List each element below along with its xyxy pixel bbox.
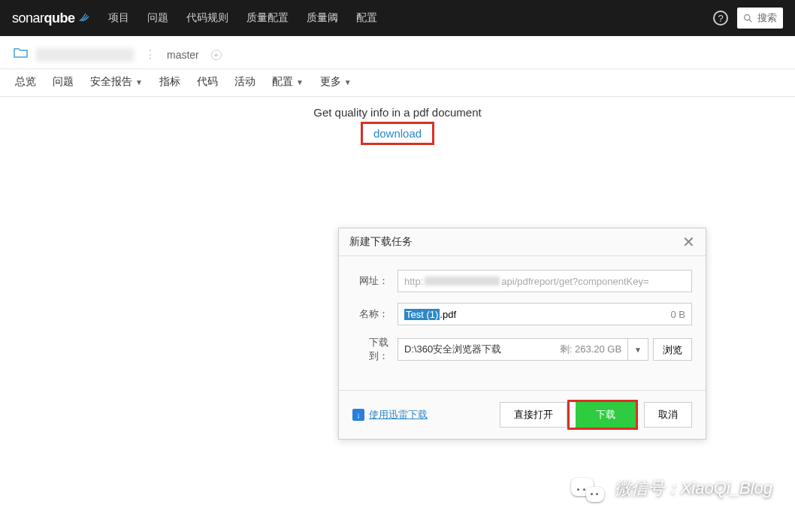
nav-admin[interactable]: 配置 xyxy=(356,11,377,25)
chevron-down-icon: ▼ xyxy=(344,78,352,86)
watermark-text: 微信号：XiaoQi_Blog xyxy=(615,477,772,500)
chevron-down-icon: ▼ xyxy=(296,78,304,86)
folder-icon xyxy=(14,47,29,62)
watermark: 微信号：XiaoQi_Blog xyxy=(571,475,772,502)
nav-issues[interactable]: 问题 xyxy=(147,11,168,25)
path-dropdown-icon[interactable]: ▼ xyxy=(627,339,648,360)
disk-remaining: 剩: 263.20 GB xyxy=(554,343,627,356)
svg-point-0 xyxy=(745,14,750,20)
tab-settings[interactable]: 配置▼ xyxy=(272,75,304,89)
search-placeholder: 搜索 xyxy=(757,11,777,25)
wechat-icon xyxy=(571,475,604,502)
nav-projects[interactable]: 项目 xyxy=(108,11,129,25)
svg-line-1 xyxy=(749,20,751,22)
tab-issues[interactable]: 问题 xyxy=(53,75,74,89)
help-icon[interactable]: ? xyxy=(713,11,728,26)
sub-header: ⋮ master + xyxy=(0,36,795,69)
name-row: 名称： Test (1).pdf 0 B xyxy=(352,303,692,325)
open-direct-button[interactable]: 直接打开 xyxy=(500,402,567,428)
path-value: D:\360安全浏览器下载 xyxy=(398,343,554,356)
name-label: 名称： xyxy=(352,307,398,321)
tab-more[interactable]: 更多▼ xyxy=(320,75,352,89)
search-icon xyxy=(743,14,753,23)
url-input[interactable]: http:api/pdfreport/get?componentKey= xyxy=(398,270,692,292)
project-name-blurred xyxy=(36,48,134,62)
thunder-icon: ↓ xyxy=(352,409,364,421)
thunder-link[interactable]: ↓ 使用迅雷下载 xyxy=(352,408,428,422)
nav-items: 项目 问题 代码规则 质量配置 质量阈 配置 xyxy=(108,11,713,25)
tab-measures[interactable]: 指标 xyxy=(159,75,180,89)
download-button[interactable]: 下载 xyxy=(576,402,636,428)
download-link[interactable]: download xyxy=(363,124,432,143)
tab-activity[interactable]: 活动 xyxy=(234,75,255,89)
nav-rules[interactable]: 代码规则 xyxy=(186,11,228,25)
dialog-header: 新建下载任务 ✕ xyxy=(339,228,706,256)
highlight-box: download xyxy=(361,122,434,145)
url-value: http:api/pdfreport/get?componentKey= xyxy=(404,276,649,287)
download-dialog: 新建下载任务 ✕ 网址： http:api/pdfreport/get?comp… xyxy=(338,228,706,440)
cancel-button[interactable]: 取消 xyxy=(644,402,692,428)
close-icon[interactable]: ✕ xyxy=(682,234,695,249)
url-label: 网址： xyxy=(352,274,398,288)
logo[interactable]: sonarqube xyxy=(12,11,90,26)
name-input[interactable]: Test (1).pdf 0 B xyxy=(398,303,692,325)
add-branch-icon[interactable]: + xyxy=(211,50,222,60)
nav-right: ? 搜索 xyxy=(713,8,783,29)
chevron-down-icon: ▼ xyxy=(135,78,143,86)
project-tabs: 总览 问题 安全报告▼ 指标 代码 活动 配置▼ 更多▼ xyxy=(0,69,795,97)
dialog-title: 新建下载任务 xyxy=(349,235,413,249)
url-row: 网址： http:api/pdfreport/get?componentKey= xyxy=(352,270,692,292)
logo-text-b: qube xyxy=(44,11,75,26)
path-label: 下载到： xyxy=(352,336,398,363)
dialog-footer: ↓ 使用迅雷下载 直接打开 下载 取消 xyxy=(339,390,706,439)
nav-profiles[interactable]: 质量配置 xyxy=(246,11,289,25)
path-row: 下载到： D:\360安全浏览器下载 剩: 263.20 GB ▼ 浏览 xyxy=(352,336,692,363)
branch-separator: ⋮ xyxy=(144,47,156,62)
quality-heading: Get quality info in a pdf document xyxy=(0,106,795,119)
highlight-box-download: 下载 xyxy=(567,400,638,430)
tab-code[interactable]: 代码 xyxy=(197,75,218,89)
tab-security[interactable]: 安全报告▼ xyxy=(90,75,143,89)
name-value: Test (1).pdf xyxy=(404,309,456,320)
branch-name[interactable]: master xyxy=(167,49,199,61)
top-nav: sonarqube 项目 问题 代码规则 质量配置 质量阈 配置 ? 搜索 xyxy=(0,0,795,36)
logo-waves-icon xyxy=(78,11,90,26)
browse-button[interactable]: 浏览 xyxy=(653,338,692,361)
search-box[interactable]: 搜索 xyxy=(737,8,783,29)
file-size: 0 B xyxy=(670,309,685,320)
main-content: Get quality info in a pdf document downl… xyxy=(0,97,795,145)
url-blurred xyxy=(425,277,500,286)
dialog-body: 网址： http:api/pdfreport/get?componentKey=… xyxy=(339,256,706,390)
path-input[interactable]: D:\360安全浏览器下载 剩: 263.20 GB ▼ xyxy=(398,338,648,361)
nav-gates[interactable]: 质量阈 xyxy=(307,11,338,25)
tab-overview[interactable]: 总览 xyxy=(15,75,36,89)
logo-text-a: sonar xyxy=(12,11,44,26)
